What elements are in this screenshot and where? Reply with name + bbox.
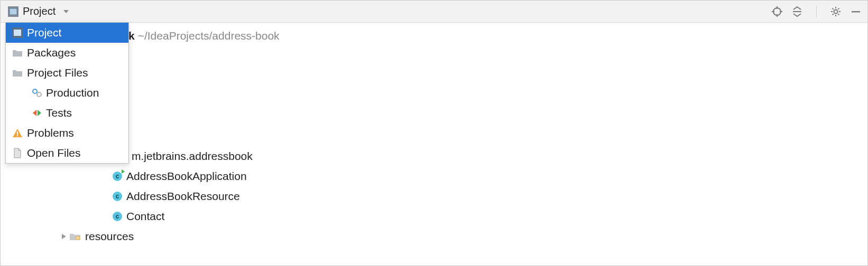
menu-item-tests[interactable]: Tests — [6, 103, 128, 123]
view-selector-label: Project — [23, 5, 56, 17]
svg-rect-22 — [17, 131, 18, 135]
tree-node-class[interactable]: c AddressBookResource — [1, 186, 867, 206]
class-icon: c — [113, 212, 122, 221]
menu-item-production[interactable]: Production — [6, 83, 128, 103]
menu-item-label: Problems — [27, 127, 74, 139]
tree-node-label: AddressBookResource — [126, 190, 240, 203]
menu-item-project[interactable]: Project — [6, 23, 128, 43]
folder-icon — [11, 49, 24, 57]
target-icon[interactable] — [772, 6, 782, 17]
svg-line-13 — [833, 8, 834, 9]
view-selector[interactable]: Project — [8, 5, 69, 17]
resources-folder-icon — [69, 232, 81, 241]
svg-point-21 — [37, 92, 41, 97]
svg-line-16 — [838, 8, 839, 9]
folder-icon — [11, 69, 24, 77]
tree-node-root[interactable]: k ~/IdeaProjects/address-book — [1, 26, 867, 46]
toolbar-actions — [772, 6, 861, 17]
menu-item-label: Tests — [46, 107, 72, 119]
menu-item-label: Packages — [27, 46, 76, 59]
tree-node-class[interactable]: c Contact — [1, 206, 867, 226]
menu-item-open-files[interactable]: Open Files — [6, 143, 128, 163]
test-icon — [31, 109, 43, 117]
chevron-down-icon — [63, 9, 69, 14]
tree-node-resources[interactable]: resources — [1, 226, 867, 246]
menu-item-label: Project — [27, 26, 61, 39]
tree-node-label: AddressBookApplication — [126, 170, 247, 183]
project-view-icon — [11, 27, 24, 38]
tree-node-label: resources — [85, 230, 134, 243]
menu-item-packages[interactable]: Packages — [6, 43, 128, 63]
tree-node-path: ~/IdeaProjects/address-book — [138, 30, 280, 42]
svg-rect-23 — [17, 135, 18, 136]
svg-line-14 — [838, 14, 839, 15]
svg-rect-19 — [14, 30, 21, 36]
menu-item-project-files[interactable]: Project Files — [6, 63, 128, 83]
tree-node-label: m.jetbrains.addressbook — [132, 150, 253, 163]
menu-item-label: Open Files — [27, 147, 81, 159]
gear-folder-icon — [31, 88, 43, 98]
svg-rect-24 — [76, 236, 80, 240]
expand-arrow-icon[interactable] — [59, 233, 69, 240]
svg-rect-17 — [852, 11, 860, 13]
project-tree[interactable]: k ~/IdeaProjects/address-book m.jetbrain… — [1, 23, 867, 246]
class-icon: c — [113, 172, 122, 181]
tree-node-label: k — [128, 30, 135, 42]
gear-icon[interactable] — [830, 6, 841, 17]
view-dropdown-menu: Project Packages Project Files Productio… — [5, 22, 129, 164]
tree-node-package[interactable]: m.jetbrains.addressbook — [1, 146, 867, 166]
class-icon: c — [113, 192, 122, 201]
menu-item-label: Production — [46, 87, 99, 99]
warning-icon — [11, 128, 24, 138]
menu-item-label: Project Files — [27, 66, 88, 79]
menu-item-problems[interactable]: Problems — [6, 123, 128, 143]
svg-point-8 — [834, 10, 838, 13]
run-decorator-icon — [122, 169, 125, 174]
toolbar-divider — [816, 6, 817, 17]
svg-rect-1 — [10, 8, 17, 15]
svg-line-15 — [833, 14, 834, 15]
collapse-all-icon[interactable] — [792, 6, 802, 17]
file-icon — [11, 148, 24, 158]
minimize-icon[interactable] — [851, 6, 861, 17]
tool-window-toolbar: Project — [1, 1, 867, 23]
project-view-icon — [8, 6, 19, 17]
tree-node-class[interactable]: c AddressBookApplication — [1, 166, 867, 186]
tree-node-label: Contact — [126, 210, 164, 223]
svg-point-2 — [773, 8, 781, 15]
svg-point-20 — [33, 89, 37, 93]
